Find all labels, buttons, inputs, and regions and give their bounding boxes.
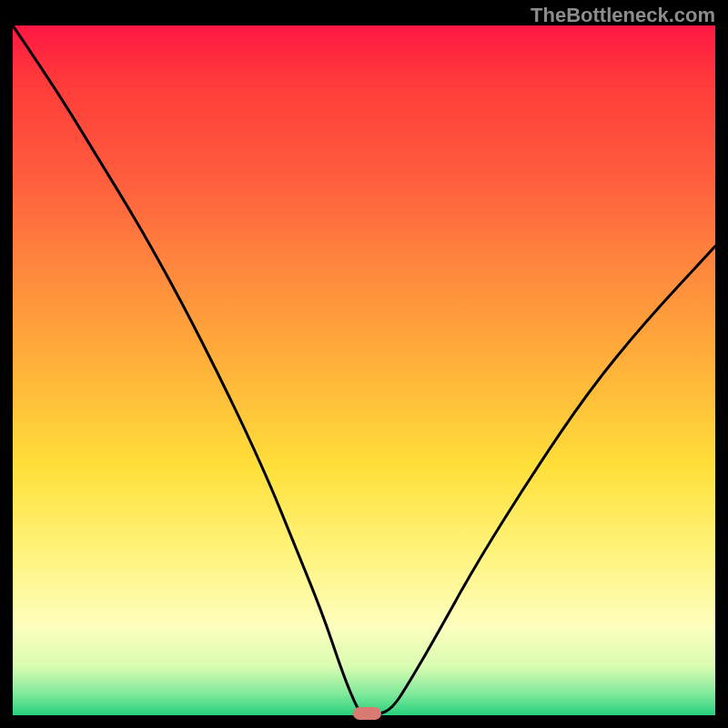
plot-area: [13, 25, 715, 715]
watermark-text: TheBottleneck.com: [531, 4, 715, 27]
chart-frame: TheBottleneck.com: [0, 0, 728, 728]
bottleneck-curve: [13, 25, 715, 715]
optimum-marker: [353, 707, 381, 720]
